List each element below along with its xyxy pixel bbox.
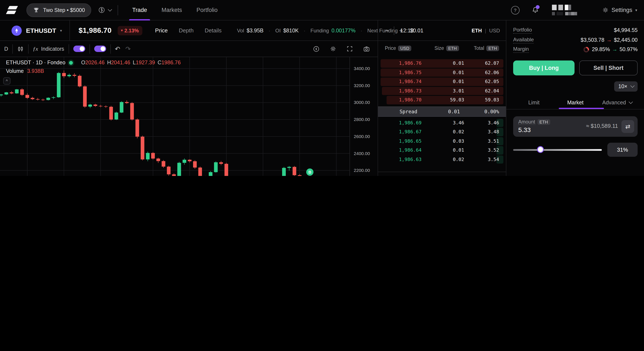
tab-details[interactable]: Details (204, 27, 222, 34)
svg-text:3200.00: 3200.00 (354, 83, 370, 88)
divider (118, 5, 118, 15)
orderbook-bid-row[interactable]: 1,986.630.023.54 (380, 155, 503, 164)
interval-button[interactable]: D (4, 46, 8, 52)
network-selector[interactable] (98, 6, 111, 14)
chart-toolbar: D ƒx Indicators ↶ ↷ (0, 41, 378, 57)
chart-type-icon[interactable] (17, 45, 24, 52)
settings-label: Settings (612, 7, 632, 13)
orderbook-bid-row[interactable]: 1,986.640.013.52 (380, 146, 503, 155)
tab-market[interactable]: Market (555, 99, 596, 105)
price-change-badge: ▾2.13% (118, 26, 142, 35)
settings-button[interactable]: Settings ▾ (602, 7, 637, 13)
challenge-label: Two Step • $5000 (43, 7, 85, 13)
fullscreen-icon[interactable] (346, 45, 353, 52)
unit-usd-toggle[interactable]: USD (489, 27, 500, 33)
spread-label: Spread (378, 108, 417, 114)
orderbook-bid-row[interactable]: 1,986.650.033.51 (380, 136, 503, 146)
nav-tab-trade[interactable]: Trade (131, 0, 148, 20)
unit-eth-toggle[interactable]: ETH (472, 27, 482, 33)
top-nav: Two Step • $5000 Trade Markets Portfolio… (0, 0, 644, 20)
oi-value: $810K (283, 27, 298, 33)
globe-icon (98, 6, 105, 14)
ask-total: 59.03 (464, 97, 503, 103)
ask-price: 1,986.76 (380, 61, 422, 66)
bid-total: 3.51 (464, 138, 503, 144)
svg-text:3400.00: 3400.00 (354, 66, 370, 71)
svg-text:B: B (308, 170, 311, 174)
spread-value: 0.01 (417, 108, 460, 114)
bid-size: 0.02 (422, 157, 464, 162)
sell-short-button[interactable]: Sell | Short (579, 60, 638, 75)
toggle-orders-on-chart[interactable] (94, 45, 106, 52)
ask-price: 1,986.73 (380, 88, 422, 94)
bid-price: 1,986.63 (380, 157, 422, 162)
leverage-selector[interactable]: 10× (614, 81, 638, 91)
slider-percent-value[interactable]: 31% (607, 143, 638, 157)
swap-unit-button[interactable]: ⇄ (622, 120, 634, 133)
funding-label: Funding (310, 27, 329, 33)
nav-tab-portfolio[interactable]: Portfolio (195, 0, 219, 20)
ticker-price: $1,986.70 (79, 26, 112, 35)
quick-trade-icon[interactable] (313, 45, 320, 52)
chevron-down-icon (628, 100, 633, 104)
snapshot-icon[interactable] (363, 45, 370, 52)
tab-limit[interactable]: Limit (513, 99, 555, 105)
tab-price[interactable]: Price (155, 27, 168, 34)
bid-size: 0.01 (422, 148, 464, 153)
ask-total: 62.04 (464, 88, 503, 94)
ask-size: 0.01 (422, 61, 464, 66)
bid-price: 1,986.67 (380, 129, 422, 135)
available-label: Available (513, 37, 534, 43)
app-logo-icon[interactable] (6, 5, 19, 15)
orderbook-ask-row[interactable]: 1,986.760.0162.07 (380, 59, 503, 68)
margin-label: Margin (513, 46, 529, 53)
orderbook-ask-row[interactable]: 1,986.750.0162.06 (380, 68, 503, 77)
order-form-panel: Portfolio $4,994.55 Available $3,503.78 … (506, 20, 644, 176)
spread-row: Spread 0.01 0.00% (378, 106, 506, 116)
svg-text:3000.00: 3000.00 (354, 100, 370, 105)
available-row: Available $3,503.78 → $2,445.00 (513, 35, 638, 45)
tab-depth[interactable]: Depth (179, 27, 194, 34)
orderbook-ask-row[interactable]: 1,986.740.0162.05 (380, 77, 503, 86)
notifications-bell-icon[interactable] (531, 6, 539, 14)
toggle-positions-on-chart[interactable] (73, 45, 85, 52)
challenge-button[interactable]: Two Step • $5000 (26, 3, 91, 17)
orderbook-bid-row[interactable]: 1,986.693.463.46 (380, 118, 503, 127)
tick-increase-button[interactable]: + (397, 27, 405, 34)
help-icon[interactable]: ? (511, 6, 519, 14)
bid-total: 3.46 (464, 120, 503, 126)
ask-price: 1,986.70 (380, 97, 422, 103)
ask-price: 1,986.74 (380, 79, 422, 84)
bid-total: 3.52 (464, 148, 503, 153)
amount-input[interactable]: Amount ETH 5.33 ≈ $10,589.11 ⇄ (513, 116, 638, 136)
ticker-symbol[interactable]: ETHUSDT (26, 27, 56, 34)
masked-account-info (552, 4, 578, 16)
orderbook-bid-row[interactable]: 1,986.670.023.48 (380, 127, 503, 136)
ask-size: 3.01 (422, 88, 464, 94)
undo-icon[interactable]: ↶ (115, 45, 120, 53)
slider-thumb[interactable] (537, 146, 544, 153)
chart-panel: ETHUSDT · 1D · Fondeo O2026.46 H2041.46 … (0, 57, 378, 176)
svg-text:2200.00: 2200.00 (354, 168, 370, 173)
buy-long-button[interactable]: Buy | Long (513, 60, 574, 75)
nav-tab-markets[interactable]: Markets (160, 0, 183, 20)
ask-price: 1,986.75 (380, 70, 422, 75)
tick-decrease-button[interactable]: − (383, 27, 391, 34)
bid-price: 1,986.64 (380, 148, 422, 153)
bid-size: 3.46 (422, 120, 464, 126)
price-chart[interactable]: BEntry4.163400.003200.003000.002800.0026… (0, 57, 378, 176)
ask-size: 0.01 (422, 70, 464, 75)
portfolio-value: $4,994.55 (614, 27, 638, 33)
orderbook-ask-row[interactable]: 1,986.733.0162.04 (380, 86, 503, 95)
bid-total: 3.48 (464, 129, 503, 135)
vol-value: $3.95B (246, 27, 264, 33)
symbol-dropdown-icon[interactable]: ▾ (60, 28, 62, 32)
size-slider[interactable] (513, 146, 602, 154)
chart-settings-icon[interactable] (330, 45, 336, 52)
trading-app: Two Step • $5000 Trade Markets Portfolio… (0, 0, 644, 176)
orderbook-ask-row[interactable]: 1,986.7059.0359.03 (380, 95, 503, 105)
redo-icon[interactable]: ↷ (125, 45, 131, 53)
tab-advanced[interactable]: Advanced (596, 99, 638, 105)
orderbook-controls: − + $0.01 ETH | USD (378, 20, 506, 41)
indicators-button[interactable]: ƒx Indicators (33, 45, 64, 52)
